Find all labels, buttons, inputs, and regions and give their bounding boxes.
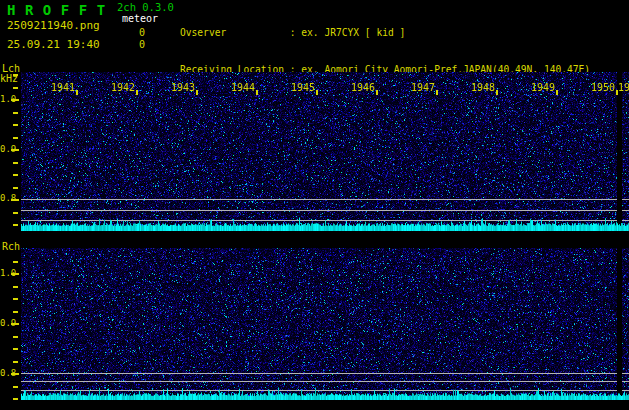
freq-tick-minor <box>13 348 18 350</box>
freq-tick-minor <box>13 261 18 263</box>
freq-tick-minor <box>13 224 18 226</box>
timestamp: 25.09.21 19:40 <box>7 38 100 51</box>
time-tick <box>436 90 438 95</box>
freq-tick-minor <box>13 74 18 76</box>
freq-tick-minor <box>13 187 18 189</box>
time-label: 1949 <box>531 82 555 93</box>
freq-tick-minor <box>13 298 18 300</box>
freq-tick-major <box>11 99 19 101</box>
freq-tick-minor <box>13 386 18 388</box>
time-tick <box>76 90 78 95</box>
rch-axis-label: Rch <box>2 241 20 252</box>
meteor-counter-label: meteor <box>122 13 158 24</box>
lch-spectrogram-image <box>21 72 629 231</box>
time-label: 1947 <box>411 82 435 93</box>
time-tick <box>256 90 258 95</box>
freq-tick-minor <box>13 212 18 214</box>
time-label: 1945 <box>291 82 315 93</box>
rch-spectrogram-image <box>21 248 629 400</box>
freq-tick-major <box>11 273 19 275</box>
meteor-count-lch: 0 <box>139 27 145 38</box>
freq-tick-minor <box>13 162 18 164</box>
lch-spectrogram-panel: 1941194219431944194519461947194819491950… <box>21 72 629 231</box>
time-tick <box>136 90 138 95</box>
time-tick <box>556 90 558 95</box>
rch-spectrogram-panel <box>21 248 629 400</box>
freq-tick-minor <box>13 124 18 126</box>
freq-tick-minor <box>13 311 18 313</box>
freq-tick-major <box>11 323 19 325</box>
freq-tick-major <box>11 199 19 201</box>
time-tick <box>196 90 198 95</box>
time-label: 1941 <box>51 82 75 93</box>
time-label: 1942 <box>111 82 135 93</box>
app-title: HROFFT <box>7 2 115 18</box>
time-tick <box>496 90 498 95</box>
observer-line: Ovserver : ex. JR7CYX [ kid ] <box>180 27 619 39</box>
hrofft-window: HROFFT 2ch 0.3.0 2509211940.png 25.09.21… <box>0 0 629 410</box>
freq-tick-minor <box>13 174 18 176</box>
app-version: 2ch 0.3.0 <box>117 1 174 13</box>
time-label: 1950 <box>591 82 615 93</box>
time-tick <box>376 90 378 95</box>
time-label: 1943 <box>171 82 195 93</box>
time-label: 1944 <box>231 82 255 93</box>
output-filename: 2509211940.png <box>7 19 100 32</box>
time-label: 1948 <box>471 82 495 93</box>
time-tick <box>316 90 318 95</box>
freq-tick-minor <box>13 361 18 363</box>
freq-tick-major <box>11 149 19 151</box>
time-label-partial: 1951 <box>618 82 629 93</box>
freq-tick-minor <box>13 137 18 139</box>
freq-tick-minor <box>13 398 18 400</box>
time-label: 1946 <box>351 82 375 93</box>
freq-tick-minor <box>13 286 18 288</box>
freq-tick-minor <box>13 112 18 114</box>
freq-tick-major <box>11 373 19 375</box>
freq-tick-minor <box>13 87 18 89</box>
freq-tick-minor <box>13 336 18 338</box>
meteor-count-rch: 0 <box>139 39 145 50</box>
freq-tick-label: 0.8 <box>0 193 16 203</box>
